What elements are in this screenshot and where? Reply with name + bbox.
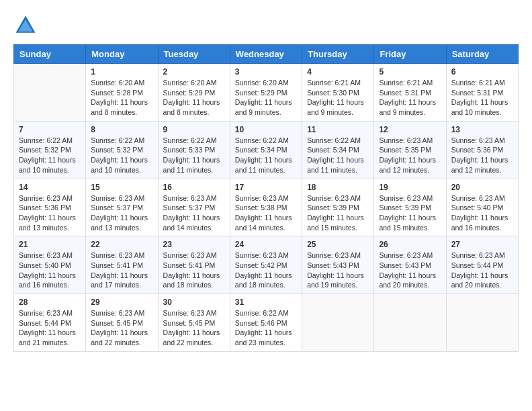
calendar-cell: 23Sunrise: 6:23 AM Sunset: 5:41 PM Dayli…: [158, 236, 230, 294]
day-number: 2: [163, 67, 225, 77]
day-number: 9: [163, 125, 225, 134]
day-detail: Sunrise: 6:23 AM Sunset: 5:43 PM Dayligh…: [307, 250, 369, 290]
calendar-cell: 6Sunrise: 6:21 AM Sunset: 5:31 PM Daylig…: [446, 64, 518, 122]
day-number: 8: [91, 125, 152, 134]
day-detail: Sunrise: 6:23 AM Sunset: 5:41 PM Dayligh…: [163, 250, 225, 290]
calendar-cell: 15Sunrise: 6:23 AM Sunset: 5:37 PM Dayli…: [86, 179, 158, 236]
calendar-cell: 22Sunrise: 6:23 AM Sunset: 5:41 PM Dayli…: [86, 236, 158, 294]
calendar-week-row: 21Sunrise: 6:23 AM Sunset: 5:40 PM Dayli…: [14, 236, 519, 294]
calendar-cell: 2Sunrise: 6:20 AM Sunset: 5:29 PM Daylig…: [158, 64, 230, 122]
day-number: 6: [451, 67, 513, 77]
calendar-cell: [14, 64, 86, 122]
calendar-cell: 26Sunrise: 6:23 AM Sunset: 5:43 PM Dayli…: [374, 236, 446, 294]
day-detail: Sunrise: 6:23 AM Sunset: 5:42 PM Dayligh…: [235, 250, 297, 290]
day-detail: Sunrise: 6:23 AM Sunset: 5:44 PM Dayligh…: [451, 250, 513, 290]
day-detail: Sunrise: 6:23 AM Sunset: 5:43 PM Dayligh…: [379, 250, 441, 290]
calendar-cell: [446, 294, 518, 352]
day-number: 15: [91, 183, 152, 192]
day-detail: Sunrise: 6:22 AM Sunset: 5:34 PM Dayligh…: [307, 136, 369, 175]
day-detail: Sunrise: 6:23 AM Sunset: 5:39 PM Dayligh…: [307, 193, 369, 233]
day-detail: Sunrise: 6:23 AM Sunset: 5:37 PM Dayligh…: [91, 193, 152, 233]
calendar-cell: 1Sunrise: 6:20 AM Sunset: 5:28 PM Daylig…: [86, 64, 158, 122]
day-detail: Sunrise: 6:23 AM Sunset: 5:39 PM Dayligh…: [379, 193, 441, 233]
calendar-cell: 14Sunrise: 6:23 AM Sunset: 5:36 PM Dayli…: [14, 179, 86, 236]
day-header-saturday: Saturday: [446, 45, 518, 64]
calendar-cell: [374, 294, 446, 352]
day-detail: Sunrise: 6:20 AM Sunset: 5:28 PM Dayligh…: [91, 78, 152, 118]
day-number: 5: [379, 67, 441, 77]
calendar-cell: 19Sunrise: 6:23 AM Sunset: 5:39 PM Dayli…: [374, 179, 446, 236]
day-detail: Sunrise: 6:23 AM Sunset: 5:36 PM Dayligh…: [451, 136, 513, 175]
calendar-cell: 28Sunrise: 6:23 AM Sunset: 5:44 PM Dayli…: [14, 294, 86, 352]
calendar-cell: 18Sunrise: 6:23 AM Sunset: 5:39 PM Dayli…: [302, 179, 374, 236]
calendar-week-row: 1Sunrise: 6:20 AM Sunset: 5:28 PM Daylig…: [14, 64, 519, 122]
logo-icon: [13, 13, 38, 38]
page-header: [13, 13, 519, 38]
day-detail: Sunrise: 6:22 AM Sunset: 5:33 PM Dayligh…: [163, 136, 225, 175]
day-number: 26: [379, 240, 441, 249]
day-number: 20: [451, 183, 513, 192]
day-number: 14: [19, 183, 81, 192]
calendar-cell: 20Sunrise: 6:23 AM Sunset: 5:40 PM Dayli…: [446, 179, 518, 236]
calendar-cell: 30Sunrise: 6:23 AM Sunset: 5:45 PM Dayli…: [158, 294, 230, 352]
calendar-cell: 3Sunrise: 6:20 AM Sunset: 5:29 PM Daylig…: [230, 64, 302, 122]
day-detail: Sunrise: 6:23 AM Sunset: 5:36 PM Dayligh…: [19, 193, 81, 233]
day-detail: Sunrise: 6:22 AM Sunset: 5:34 PM Dayligh…: [235, 136, 297, 175]
day-number: 22: [91, 240, 152, 249]
day-detail: Sunrise: 6:20 AM Sunset: 5:29 PM Dayligh…: [163, 78, 225, 118]
day-number: 10: [235, 125, 297, 134]
day-detail: Sunrise: 6:23 AM Sunset: 5:37 PM Dayligh…: [163, 193, 225, 233]
calendar-cell: 8Sunrise: 6:22 AM Sunset: 5:32 PM Daylig…: [86, 121, 158, 179]
calendar-cell: [302, 294, 374, 352]
day-number: 7: [19, 125, 81, 134]
day-detail: Sunrise: 6:21 AM Sunset: 5:31 PM Dayligh…: [379, 78, 441, 118]
day-header-monday: Monday: [86, 45, 158, 64]
calendar-cell: 12Sunrise: 6:23 AM Sunset: 5:35 PM Dayli…: [374, 121, 446, 179]
day-detail: Sunrise: 6:21 AM Sunset: 5:31 PM Dayligh…: [451, 78, 513, 118]
calendar-cell: 13Sunrise: 6:23 AM Sunset: 5:36 PM Dayli…: [446, 121, 518, 179]
day-number: 3: [235, 67, 297, 77]
day-number: 4: [307, 67, 369, 77]
day-detail: Sunrise: 6:20 AM Sunset: 5:29 PM Dayligh…: [235, 78, 297, 118]
calendar-cell: 29Sunrise: 6:23 AM Sunset: 5:45 PM Dayli…: [86, 294, 158, 352]
day-header-sunday: Sunday: [14, 45, 86, 64]
day-number: 23: [163, 240, 225, 249]
day-number: 28: [19, 298, 81, 307]
day-number: 30: [163, 298, 225, 307]
day-number: 19: [379, 183, 441, 192]
calendar-cell: 17Sunrise: 6:23 AM Sunset: 5:38 PM Dayli…: [230, 179, 302, 236]
day-detail: Sunrise: 6:23 AM Sunset: 5:45 PM Dayligh…: [163, 308, 225, 348]
calendar-header-row: SundayMondayTuesdayWednesdayThursdayFrid…: [14, 45, 519, 64]
logo: [13, 13, 40, 38]
day-detail: Sunrise: 6:21 AM Sunset: 5:30 PM Dayligh…: [307, 78, 369, 118]
calendar-cell: 21Sunrise: 6:23 AM Sunset: 5:40 PM Dayli…: [14, 236, 86, 294]
day-header-wednesday: Wednesday: [230, 45, 302, 64]
calendar-week-row: 28Sunrise: 6:23 AM Sunset: 5:44 PM Dayli…: [14, 294, 519, 352]
day-number: 17: [235, 183, 297, 192]
day-header-tuesday: Tuesday: [158, 45, 230, 64]
day-number: 11: [307, 125, 369, 134]
day-header-friday: Friday: [374, 45, 446, 64]
calendar-table: SundayMondayTuesdayWednesdayThursdayFrid…: [13, 44, 519, 352]
day-header-thursday: Thursday: [302, 45, 374, 64]
day-number: 31: [235, 298, 297, 307]
calendar-cell: 4Sunrise: 6:21 AM Sunset: 5:30 PM Daylig…: [302, 64, 374, 122]
calendar-cell: 16Sunrise: 6:23 AM Sunset: 5:37 PM Dayli…: [158, 179, 230, 236]
day-detail: Sunrise: 6:23 AM Sunset: 5:44 PM Dayligh…: [19, 308, 81, 348]
calendar-cell: 31Sunrise: 6:22 AM Sunset: 5:46 PM Dayli…: [230, 294, 302, 352]
day-detail: Sunrise: 6:23 AM Sunset: 5:38 PM Dayligh…: [235, 193, 297, 233]
day-detail: Sunrise: 6:23 AM Sunset: 5:35 PM Dayligh…: [379, 136, 441, 175]
calendar-cell: 7Sunrise: 6:22 AM Sunset: 5:32 PM Daylig…: [14, 121, 86, 179]
day-number: 29: [91, 298, 152, 307]
day-number: 25: [307, 240, 369, 249]
day-number: 16: [163, 183, 225, 192]
day-number: 1: [91, 67, 152, 77]
day-detail: Sunrise: 6:22 AM Sunset: 5:32 PM Dayligh…: [19, 136, 81, 175]
day-detail: Sunrise: 6:23 AM Sunset: 5:40 PM Dayligh…: [19, 250, 81, 290]
day-number: 27: [451, 240, 513, 249]
calendar-cell: 27Sunrise: 6:23 AM Sunset: 5:44 PM Dayli…: [446, 236, 518, 294]
calendar-week-row: 14Sunrise: 6:23 AM Sunset: 5:36 PM Dayli…: [14, 179, 519, 236]
day-detail: Sunrise: 6:23 AM Sunset: 5:40 PM Dayligh…: [451, 193, 513, 233]
day-number: 21: [19, 240, 81, 249]
calendar-cell: 10Sunrise: 6:22 AM Sunset: 5:34 PM Dayli…: [230, 121, 302, 179]
